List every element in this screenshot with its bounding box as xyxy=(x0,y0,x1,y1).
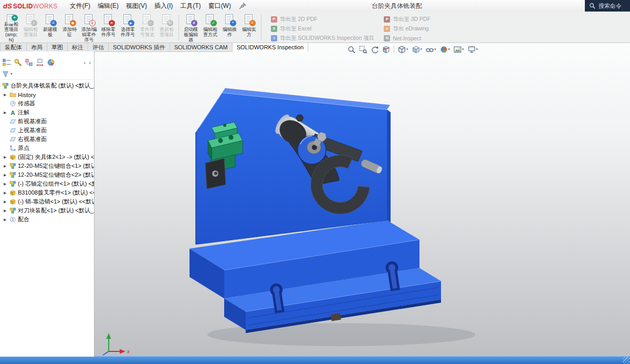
tree-item-fixture-body[interactable]: ▶ (固定) 夹具体2<1> -> (默认) <<默 xyxy=(0,153,94,162)
hud-hide-show-items-button[interactable]: ▾ xyxy=(426,46,436,53)
pin-menubar-icon[interactable] xyxy=(239,2,247,10)
export-2d-pdf-button: 导出至 2D PDF xyxy=(267,15,379,24)
add-feature-button[interactable]: 添加特征 xyxy=(60,13,79,42)
zoom-area-icon xyxy=(359,46,367,53)
tree-item-root-assembly[interactable]: 台阶夹具体铣装配 (默认) <默认_显示状 xyxy=(0,81,94,90)
expand-arrow-icon[interactable]: ▶ xyxy=(4,173,8,177)
manager-tab-bar: ‹› xyxy=(0,51,94,69)
tree-item-locating-key-2[interactable]: ▶ 12-20-M5定位键组合<2> (默认) < xyxy=(0,170,94,179)
expand-arrow-icon[interactable]: ▶ xyxy=(4,209,8,213)
command-manager-tabs: 装配体 布局 草图 标注 评估 SOLIDWORKS 插件 SOLIDWORKS… xyxy=(0,43,308,52)
export-2d-pdf-icon xyxy=(271,16,277,23)
menu-tools[interactable]: 工具(T) xyxy=(176,1,204,12)
tree-item-sensors[interactable]: 传感器 xyxy=(0,99,94,108)
new-template-button[interactable]: 新建模板 xyxy=(40,13,60,42)
tree-item-label: 12-20-M5定位键组合<2> (默认) < xyxy=(18,171,94,179)
new-inspection-project-button[interactable]: 新建检查项目(amp;N) xyxy=(2,13,21,42)
tree-item-label: History xyxy=(18,92,94,98)
menu-window[interactable]: 窗口(W) xyxy=(205,1,235,12)
tree-item-label: 配合 xyxy=(18,216,94,223)
export-inspection-project-icon xyxy=(271,35,277,41)
select-balloon-button[interactable]: 选择零件序号 xyxy=(118,13,138,42)
corner-bracket-black[interactable] xyxy=(205,158,226,189)
origin-icon xyxy=(9,145,16,152)
tab-sketch[interactable]: 草图 xyxy=(47,43,68,52)
menu-edit[interactable]: 编辑(E) xyxy=(94,1,122,12)
graphics-viewport[interactable]: x ▾ ▾ ▾ ▾ ▾ ▾ xyxy=(94,43,630,357)
part-icon xyxy=(9,154,16,160)
tree-item-label: (固定) 夹具体2<1> -> (默认) <<默 xyxy=(18,153,94,161)
menu-view[interactable]: 视图(V) xyxy=(122,1,151,12)
edit-methods-button[interactable]: 编辑实方 xyxy=(239,13,259,42)
hud-previous-view-button[interactable] xyxy=(371,46,379,53)
hud-section-view-button[interactable] xyxy=(382,46,390,53)
tree-item-origin[interactable]: 原点 xyxy=(0,144,94,153)
menu-insert[interactable]: 插入(I) xyxy=(151,1,176,12)
tree-filter-bar[interactable]: ▾ xyxy=(0,69,94,80)
remove-balloon-button[interactable]: 移除零件序号 xyxy=(99,13,118,42)
tree-item-fork-part[interactable]: ▶ B31008拨叉零件<1> (默认) <<默 xyxy=(0,188,94,197)
hide-show-items-icon xyxy=(426,46,434,53)
tree-item-history[interactable]: ▶ History xyxy=(0,90,94,99)
3d-model[interactable]: x xyxy=(94,43,630,357)
resize-grip[interactable] xyxy=(623,357,630,364)
hud-apply-scene-button[interactable]: ▾ xyxy=(454,46,464,53)
expand-arrow-icon[interactable]: ▶ xyxy=(4,200,8,204)
edit-operations-button[interactable]: 编辑操作 xyxy=(220,13,239,42)
chevron-left-icon[interactable]: ‹ xyxy=(84,59,86,66)
chevron-down-icon: ▾ xyxy=(10,72,13,76)
expand-arrow-icon[interactable]: ▶ xyxy=(4,155,8,159)
add-edit-balloon-button[interactable]: 添加/编辑零件序号 xyxy=(79,13,99,42)
expand-arrow-icon[interactable]: ▶ xyxy=(4,164,8,168)
launch-template-editor-button[interactable]: 启动模板编辑器 xyxy=(181,13,201,42)
hud-edit-appearance-button[interactable]: ▾ xyxy=(440,46,450,53)
tab-solidworks-cam[interactable]: SOLIDWORKS CAM xyxy=(170,43,233,52)
tree-item-spindle-assembly[interactable]: ▶ (-) 芯轴定位组件<1> (默认) <默认_ xyxy=(0,179,94,188)
expand-arrow-icon[interactable]: ▶ xyxy=(4,111,8,115)
tab-solidworks-inspection[interactable]: SOLIDWORKS Inspection xyxy=(232,43,309,52)
tree-item-top-plane[interactable]: 上视基准面 xyxy=(0,126,94,135)
tab-markup[interactable]: 标注 xyxy=(67,43,88,52)
search-label: 搜索命令 xyxy=(598,2,622,10)
display-manager-tab-icon[interactable] xyxy=(46,58,56,67)
expand-arrow-icon[interactable]: ▶ xyxy=(4,182,8,186)
dimxpert-manager-tab-icon[interactable] xyxy=(35,58,45,67)
tab-evaluate[interactable]: 评估 xyxy=(88,43,109,52)
hud-view-orientation-button[interactable]: ▾ xyxy=(398,46,408,53)
titlebar: dS SOLID WORKS 文件(F) 编辑(E) 视图(V) 插入(I) 工… xyxy=(0,0,630,12)
feature-manager-tab-icon[interactable] xyxy=(2,58,12,67)
hud-zoom-area-button[interactable] xyxy=(359,46,367,53)
property-manager-tab-icon[interactable] xyxy=(13,58,23,67)
hud-view-settings-button[interactable]: ▾ xyxy=(468,46,478,53)
hud-display-style-button[interactable]: ▾ xyxy=(412,46,423,53)
tree-item-annotations[interactable]: ▶ 注解 xyxy=(0,108,94,117)
tree-item-mates[interactable]: ▶ 配合 xyxy=(0,215,94,224)
chevron-down-icon: ▾ xyxy=(448,47,450,51)
expand-arrow-icon[interactable]: ▶ xyxy=(4,218,8,222)
ribbon-separator xyxy=(261,15,261,40)
chevron-right-icon[interactable]: › xyxy=(89,59,91,66)
tab-solidworks-addins[interactable]: SOLIDWORKS 插件 xyxy=(108,43,170,52)
command-search[interactable]: 搜索命令 xyxy=(585,0,630,12)
tree-item-front-plane[interactable]: 前视基准面 xyxy=(0,117,94,126)
tree-item-right-plane[interactable]: 右视基准面 xyxy=(0,135,94,144)
remove-balloon-icon xyxy=(102,14,115,26)
tab-layout[interactable]: 布局 xyxy=(26,43,47,52)
hud-zoom-fit-button[interactable] xyxy=(348,46,355,53)
tree-item-locating-key-1[interactable]: ▶ 12-20-M5定位键组合<1> (默认) < xyxy=(0,162,94,170)
expand-arrow-icon[interactable]: ▶ xyxy=(4,191,8,195)
export-excel-button: 导出至 Excel xyxy=(267,24,379,34)
filter-funnel-icon xyxy=(2,71,9,78)
edit-characteristics-button[interactable]: 编辑检查方式 xyxy=(201,13,220,42)
solidworks-logo: dS SOLID WORKS xyxy=(3,2,58,10)
tab-assembly[interactable]: 装配体 xyxy=(0,43,27,52)
tree-item-tool-block-assembly[interactable]: ▶ 对刀块装配<1> (默认) <默认_显示 xyxy=(0,206,94,215)
launch-template-editor-icon xyxy=(185,14,197,26)
expand-arrow-icon[interactable]: ▶ xyxy=(4,93,8,97)
tree-item-label: 对刀块装配<1> (默认) <默认_显示 xyxy=(18,207,94,215)
configuration-manager-tab-icon[interactable] xyxy=(24,58,34,67)
tree-item-pin-part[interactable]: ▶ (-) 销-靠边销<1> (默认) <<默认>_ xyxy=(0,197,94,206)
clamp-block-dark xyxy=(331,313,341,322)
menu-file[interactable]: 文件(F) xyxy=(66,1,94,12)
balloon-preview-icon xyxy=(141,14,154,26)
